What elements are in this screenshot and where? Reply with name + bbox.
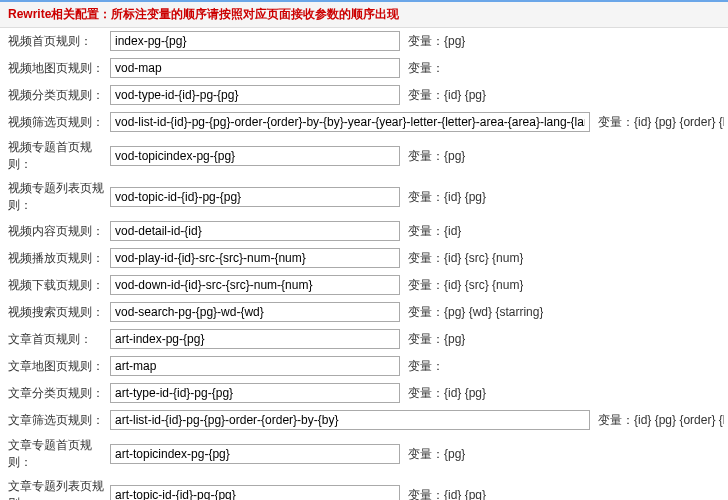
rule-input[interactable]: [110, 485, 400, 500]
rule-input[interactable]: [110, 146, 400, 166]
rule-label: 视频内容页规则：: [4, 223, 110, 240]
rule-input[interactable]: [110, 302, 400, 322]
rule-vars: 变量：: [400, 358, 444, 375]
rule-vars: 变量：{id} {pg}: [400, 87, 486, 104]
rule-vars: 变量：{id} {src} {num}: [400, 250, 523, 267]
rule-input-wrap: [110, 146, 400, 166]
rule-input-wrap: [110, 112, 590, 132]
rule-row: 文章专题首页规则：变量：{pg}: [4, 434, 724, 475]
rule-input-wrap: [110, 444, 400, 464]
config-section-header: Rewrite相关配置：所标注变量的顺序请按照对应页面接收参数的顺序出现: [0, 0, 728, 28]
rule-vars: 变量：: [400, 60, 444, 77]
rule-row: 文章分类页规则：变量：{id} {pg}: [4, 380, 724, 407]
rule-input[interactable]: [110, 187, 400, 207]
rule-input-wrap: [110, 485, 400, 500]
rule-input-wrap: [110, 329, 400, 349]
rule-input-wrap: [110, 248, 400, 268]
rule-input[interactable]: [110, 329, 400, 349]
rule-input[interactable]: [110, 383, 400, 403]
rule-label: 视频专题首页规则：: [4, 139, 110, 173]
rule-vars: 变量：{pg}: [400, 33, 465, 50]
rule-vars: 变量：{pg}: [400, 446, 465, 463]
rule-input[interactable]: [110, 410, 590, 430]
rule-input-wrap: [110, 356, 400, 376]
rule-input[interactable]: [110, 356, 400, 376]
rule-input-wrap: [110, 58, 400, 78]
rule-vars: 变量：{id} {pg}: [400, 189, 486, 206]
rule-vars: 变量：{id} {pg}: [400, 487, 486, 501]
rule-label: 文章专题首页规则：: [4, 437, 110, 471]
rule-label: 视频下载页规则：: [4, 277, 110, 294]
rule-vars: 变量：{pg}: [400, 148, 465, 165]
rule-label: 文章分类页规则：: [4, 385, 110, 402]
rule-input-wrap: [110, 383, 400, 403]
rule-label: 视频筛选页规则：: [4, 114, 110, 131]
rule-vars: 变量：{pg} {wd} {starring}: [400, 304, 543, 321]
rule-row: 文章筛选页规则：变量：{id} {pg} {order} {by} {lette…: [4, 407, 724, 434]
rule-row: 视频专题列表页规则：变量：{id} {pg}: [4, 177, 724, 218]
rule-label: 视频首页规则：: [4, 33, 110, 50]
rule-input-wrap: [110, 275, 400, 295]
rule-row: 视频播放页规则：变量：{id} {src} {num}: [4, 245, 724, 272]
rule-label: 视频播放页规则：: [4, 250, 110, 267]
rule-row: 视频分类页规则：变量：{id} {pg}: [4, 82, 724, 109]
rule-input[interactable]: [110, 444, 400, 464]
rule-label: 视频专题列表页规则：: [4, 180, 110, 214]
rule-label: 文章专题列表页规则：: [4, 478, 110, 500]
rule-vars: 变量：{id} {pg} {order} {by} {letter}: [590, 412, 724, 429]
rule-row: 视频首页规则：变量：{pg}: [4, 28, 724, 55]
rule-vars: 变量：{id} {src} {num}: [400, 277, 523, 294]
rule-vars: 变量：{id}: [400, 223, 461, 240]
rule-row: 视频搜索页规则：变量：{pg} {wd} {starring}: [4, 299, 724, 326]
rule-input-wrap: [110, 410, 590, 430]
rule-row: 视频筛选页规则：变量：{id} {pg} {order} {by} {year}…: [4, 109, 724, 136]
rule-input[interactable]: [110, 112, 590, 132]
rule-label: 视频搜索页规则：: [4, 304, 110, 321]
rule-label: 文章首页规则：: [4, 331, 110, 348]
rule-input-wrap: [110, 302, 400, 322]
rule-input[interactable]: [110, 221, 400, 241]
rule-row: 视频地图页规则：变量：: [4, 55, 724, 82]
rule-label: 视频分类页规则：: [4, 87, 110, 104]
rewrite-rules-form: 视频首页规则：变量：{pg}视频地图页规则：变量：视频分类页规则：变量：{id}…: [0, 28, 728, 500]
rule-input[interactable]: [110, 58, 400, 78]
rule-input[interactable]: [110, 275, 400, 295]
rule-row: 视频下载页规则：变量：{id} {src} {num}: [4, 272, 724, 299]
rule-vars: 变量：{pg}: [400, 331, 465, 348]
rule-input-wrap: [110, 187, 400, 207]
rule-vars: 变量：{id} {pg}: [400, 385, 486, 402]
rule-input-wrap: [110, 85, 400, 105]
rule-row: 文章地图页规则：变量：: [4, 353, 724, 380]
rule-input-wrap: [110, 31, 400, 51]
rule-label: 文章筛选页规则：: [4, 412, 110, 429]
rule-input-wrap: [110, 221, 400, 241]
rule-label: 视频地图页规则：: [4, 60, 110, 77]
rule-input[interactable]: [110, 248, 400, 268]
rule-label: 文章地图页规则：: [4, 358, 110, 375]
rule-input[interactable]: [110, 31, 400, 51]
rule-row: 视频专题首页规则：变量：{pg}: [4, 136, 724, 177]
rule-row: 视频内容页规则：变量：{id}: [4, 218, 724, 245]
rule-row: 文章专题列表页规则：变量：{id} {pg}: [4, 475, 724, 500]
rule-row: 文章首页规则：变量：{pg}: [4, 326, 724, 353]
rule-vars: 变量：{id} {pg} {order} {by} {year} {letter…: [590, 114, 724, 131]
rule-input[interactable]: [110, 85, 400, 105]
